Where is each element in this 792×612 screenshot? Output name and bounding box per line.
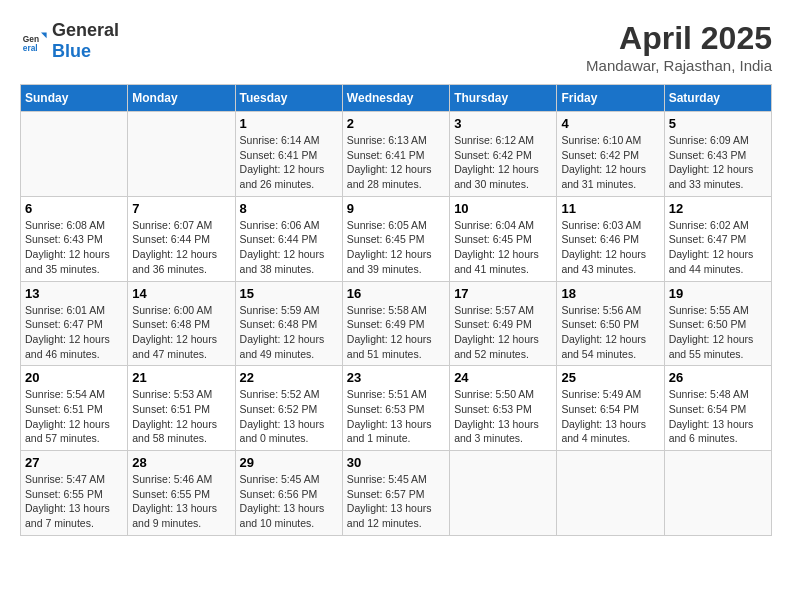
day-number: 19 xyxy=(669,286,767,301)
day-number: 1 xyxy=(240,116,338,131)
calendar-week-row: 13Sunrise: 6:01 AM Sunset: 6:47 PM Dayli… xyxy=(21,281,772,366)
calendar-cell: 24Sunrise: 5:50 AM Sunset: 6:53 PM Dayli… xyxy=(450,366,557,451)
day-number: 13 xyxy=(25,286,123,301)
calendar-cell: 27Sunrise: 5:47 AM Sunset: 6:55 PM Dayli… xyxy=(21,451,128,536)
calendar-cell: 21Sunrise: 5:53 AM Sunset: 6:51 PM Dayli… xyxy=(128,366,235,451)
calendar-cell: 2Sunrise: 6:13 AM Sunset: 6:41 PM Daylig… xyxy=(342,112,449,197)
calendar-cell: 11Sunrise: 6:03 AM Sunset: 6:46 PM Dayli… xyxy=(557,196,664,281)
day-info: Sunrise: 5:48 AM Sunset: 6:54 PM Dayligh… xyxy=(669,387,767,446)
day-number: 18 xyxy=(561,286,659,301)
day-number: 28 xyxy=(132,455,230,470)
calendar-cell xyxy=(128,112,235,197)
calendar-cell: 7Sunrise: 6:07 AM Sunset: 6:44 PM Daylig… xyxy=(128,196,235,281)
day-info: Sunrise: 5:58 AM Sunset: 6:49 PM Dayligh… xyxy=(347,303,445,362)
day-of-week-header: Saturday xyxy=(664,85,771,112)
day-of-week-header: Wednesday xyxy=(342,85,449,112)
day-info: Sunrise: 5:50 AM Sunset: 6:53 PM Dayligh… xyxy=(454,387,552,446)
calendar-cell: 16Sunrise: 5:58 AM Sunset: 6:49 PM Dayli… xyxy=(342,281,449,366)
day-info: Sunrise: 6:00 AM Sunset: 6:48 PM Dayligh… xyxy=(132,303,230,362)
day-number: 25 xyxy=(561,370,659,385)
page-header: Gen eral General Blue April 2025 Mandawa… xyxy=(20,20,772,74)
day-number: 30 xyxy=(347,455,445,470)
calendar-cell: 19Sunrise: 5:55 AM Sunset: 6:50 PM Dayli… xyxy=(664,281,771,366)
calendar-cell: 15Sunrise: 5:59 AM Sunset: 6:48 PM Dayli… xyxy=(235,281,342,366)
calendar-cell: 9Sunrise: 6:05 AM Sunset: 6:45 PM Daylig… xyxy=(342,196,449,281)
calendar-cell: 22Sunrise: 5:52 AM Sunset: 6:52 PM Dayli… xyxy=(235,366,342,451)
day-info: Sunrise: 5:45 AM Sunset: 6:57 PM Dayligh… xyxy=(347,472,445,531)
calendar-cell: 1Sunrise: 6:14 AM Sunset: 6:41 PM Daylig… xyxy=(235,112,342,197)
day-info: Sunrise: 5:45 AM Sunset: 6:56 PM Dayligh… xyxy=(240,472,338,531)
day-info: Sunrise: 6:04 AM Sunset: 6:45 PM Dayligh… xyxy=(454,218,552,277)
day-info: Sunrise: 5:55 AM Sunset: 6:50 PM Dayligh… xyxy=(669,303,767,362)
title-block: April 2025 Mandawar, Rajasthan, India xyxy=(586,20,772,74)
day-number: 12 xyxy=(669,201,767,216)
calendar-cell xyxy=(557,451,664,536)
day-number: 6 xyxy=(25,201,123,216)
day-number: 11 xyxy=(561,201,659,216)
day-info: Sunrise: 6:09 AM Sunset: 6:43 PM Dayligh… xyxy=(669,133,767,192)
day-info: Sunrise: 6:12 AM Sunset: 6:42 PM Dayligh… xyxy=(454,133,552,192)
day-info: Sunrise: 6:05 AM Sunset: 6:45 PM Dayligh… xyxy=(347,218,445,277)
day-number: 21 xyxy=(132,370,230,385)
logo-icon: Gen eral xyxy=(20,27,48,55)
day-number: 23 xyxy=(347,370,445,385)
day-info: Sunrise: 5:54 AM Sunset: 6:51 PM Dayligh… xyxy=(25,387,123,446)
day-number: 29 xyxy=(240,455,338,470)
day-info: Sunrise: 6:08 AM Sunset: 6:43 PM Dayligh… xyxy=(25,218,123,277)
day-info: Sunrise: 6:07 AM Sunset: 6:44 PM Dayligh… xyxy=(132,218,230,277)
svg-text:eral: eral xyxy=(23,43,38,53)
day-info: Sunrise: 6:06 AM Sunset: 6:44 PM Dayligh… xyxy=(240,218,338,277)
calendar-body: 1Sunrise: 6:14 AM Sunset: 6:41 PM Daylig… xyxy=(21,112,772,536)
day-info: Sunrise: 5:51 AM Sunset: 6:53 PM Dayligh… xyxy=(347,387,445,446)
day-number: 17 xyxy=(454,286,552,301)
day-number: 27 xyxy=(25,455,123,470)
logo-blue-text: Blue xyxy=(52,41,91,61)
day-info: Sunrise: 5:59 AM Sunset: 6:48 PM Dayligh… xyxy=(240,303,338,362)
day-info: Sunrise: 5:47 AM Sunset: 6:55 PM Dayligh… xyxy=(25,472,123,531)
day-of-week-header: Tuesday xyxy=(235,85,342,112)
day-info: Sunrise: 6:01 AM Sunset: 6:47 PM Dayligh… xyxy=(25,303,123,362)
day-number: 24 xyxy=(454,370,552,385)
calendar-cell: 18Sunrise: 5:56 AM Sunset: 6:50 PM Dayli… xyxy=(557,281,664,366)
calendar-cell: 4Sunrise: 6:10 AM Sunset: 6:42 PM Daylig… xyxy=(557,112,664,197)
day-of-week-header: Monday xyxy=(128,85,235,112)
calendar-cell xyxy=(664,451,771,536)
calendar-cell: 25Sunrise: 5:49 AM Sunset: 6:54 PM Dayli… xyxy=(557,366,664,451)
day-of-week-header: Thursday xyxy=(450,85,557,112)
day-number: 16 xyxy=(347,286,445,301)
day-info: Sunrise: 6:10 AM Sunset: 6:42 PM Dayligh… xyxy=(561,133,659,192)
day-info: Sunrise: 5:57 AM Sunset: 6:49 PM Dayligh… xyxy=(454,303,552,362)
calendar-table: SundayMondayTuesdayWednesdayThursdayFrid… xyxy=(20,84,772,536)
calendar-week-row: 27Sunrise: 5:47 AM Sunset: 6:55 PM Dayli… xyxy=(21,451,772,536)
day-number: 2 xyxy=(347,116,445,131)
day-number: 4 xyxy=(561,116,659,131)
calendar-cell: 13Sunrise: 6:01 AM Sunset: 6:47 PM Dayli… xyxy=(21,281,128,366)
day-number: 10 xyxy=(454,201,552,216)
day-number: 8 xyxy=(240,201,338,216)
day-number: 5 xyxy=(669,116,767,131)
month-title: April 2025 xyxy=(586,20,772,57)
day-info: Sunrise: 5:53 AM Sunset: 6:51 PM Dayligh… xyxy=(132,387,230,446)
day-number: 14 xyxy=(132,286,230,301)
day-info: Sunrise: 5:46 AM Sunset: 6:55 PM Dayligh… xyxy=(132,472,230,531)
day-number: 15 xyxy=(240,286,338,301)
day-info: Sunrise: 5:49 AM Sunset: 6:54 PM Dayligh… xyxy=(561,387,659,446)
day-info: Sunrise: 6:03 AM Sunset: 6:46 PM Dayligh… xyxy=(561,218,659,277)
calendar-cell: 12Sunrise: 6:02 AM Sunset: 6:47 PM Dayli… xyxy=(664,196,771,281)
logo-general-text: General xyxy=(52,20,119,40)
calendar-cell: 17Sunrise: 5:57 AM Sunset: 6:49 PM Dayli… xyxy=(450,281,557,366)
day-number: 20 xyxy=(25,370,123,385)
day-info: Sunrise: 6:14 AM Sunset: 6:41 PM Dayligh… xyxy=(240,133,338,192)
calendar-cell: 20Sunrise: 5:54 AM Sunset: 6:51 PM Dayli… xyxy=(21,366,128,451)
day-info: Sunrise: 6:02 AM Sunset: 6:47 PM Dayligh… xyxy=(669,218,767,277)
calendar-week-row: 6Sunrise: 6:08 AM Sunset: 6:43 PM Daylig… xyxy=(21,196,772,281)
calendar-cell: 8Sunrise: 6:06 AM Sunset: 6:44 PM Daylig… xyxy=(235,196,342,281)
day-number: 9 xyxy=(347,201,445,216)
calendar-cell: 30Sunrise: 5:45 AM Sunset: 6:57 PM Dayli… xyxy=(342,451,449,536)
day-info: Sunrise: 5:52 AM Sunset: 6:52 PM Dayligh… xyxy=(240,387,338,446)
logo: Gen eral General Blue xyxy=(20,20,119,62)
calendar-cell: 29Sunrise: 5:45 AM Sunset: 6:56 PM Dayli… xyxy=(235,451,342,536)
day-number: 22 xyxy=(240,370,338,385)
calendar-week-row: 1Sunrise: 6:14 AM Sunset: 6:41 PM Daylig… xyxy=(21,112,772,197)
day-info: Sunrise: 5:56 AM Sunset: 6:50 PM Dayligh… xyxy=(561,303,659,362)
